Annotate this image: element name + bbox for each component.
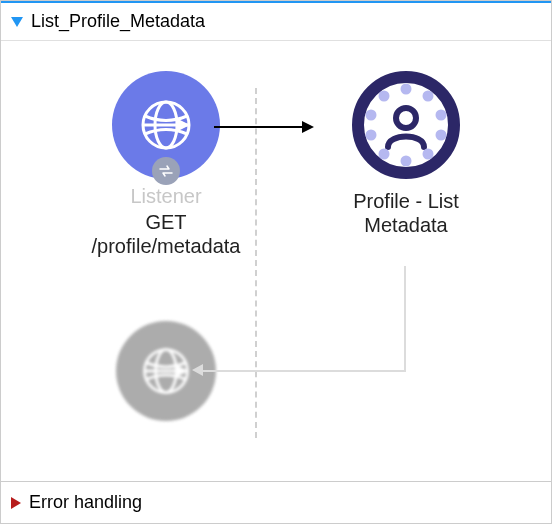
return-connector-arrowhead	[192, 364, 203, 376]
globe-arrow-icon	[136, 95, 196, 155]
http-listener-icon	[112, 71, 220, 179]
flow-title: List_Profile_Metadata	[31, 11, 205, 32]
profile-processor-node[interactable]: Profile - List Metadata	[321, 71, 491, 237]
error-handling-header[interactable]: Error handling	[1, 481, 551, 523]
listener-path-label: GET /profile/metadata	[81, 210, 251, 258]
listener-type-label: Listener	[81, 185, 251, 208]
sync-badge-icon	[152, 157, 180, 185]
connector-arrow	[214, 121, 314, 133]
expand-toggle-icon[interactable]	[11, 17, 23, 27]
return-connector-horizontal	[202, 370, 406, 372]
profile-connector-icon	[352, 71, 460, 179]
return-connector-vertical	[404, 266, 406, 371]
flow-panel: List_Profile_Metadata	[0, 0, 552, 524]
flow-canvas[interactable]: Listener GET /profile/metadata	[1, 41, 551, 481]
expand-toggle-icon[interactable]	[11, 497, 21, 509]
source-processor-divider	[255, 88, 257, 438]
error-section-title: Error handling	[29, 492, 142, 513]
listener-node[interactable]: Listener GET /profile/metadata	[81, 71, 251, 258]
flow-header[interactable]: List_Profile_Metadata	[1, 3, 551, 41]
processor-title: Profile - List Metadata	[321, 189, 491, 237]
